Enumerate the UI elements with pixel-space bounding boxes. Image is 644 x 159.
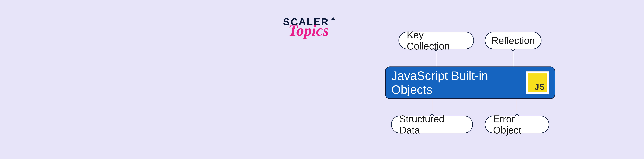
logo-text-topics: Topics (288, 23, 340, 38)
js-logo-badge: JS (526, 71, 549, 94)
connector-line (436, 49, 436, 66)
center-title: JavaScript Built-in Objects (391, 69, 526, 97)
node-center-javascript-builtin-objects: JavaScript Built-in Objects JS (385, 66, 555, 99)
node-error-object: Error Object (485, 116, 549, 133)
node-label: Reflection (491, 35, 535, 46)
logo-caret-icon (331, 17, 335, 20)
node-label: Structured Data (399, 113, 465, 136)
node-structured-data: Structured Data (391, 116, 473, 133)
node-key-collection: Key Collection (398, 32, 474, 49)
scaler-topics-logo: SCALER Topics (283, 16, 340, 38)
js-logo-text: JS (528, 74, 547, 92)
connector-line (513, 49, 514, 66)
node-label: Error Object (493, 113, 541, 136)
node-label: Key Collection (407, 29, 466, 52)
node-reflection: Reflection (485, 32, 542, 49)
diagram-canvas: SCALER Topics Key Collection Reflection … (0, 0, 644, 159)
